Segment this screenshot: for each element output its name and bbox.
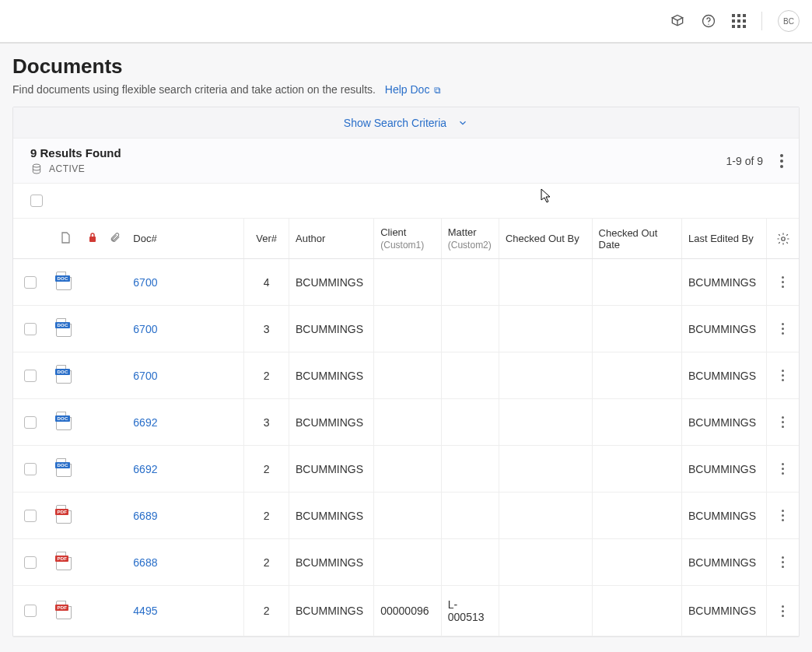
author-cell: BCUMMINGS — [296, 463, 363, 475]
author-cell: BCUMMINGS — [296, 370, 363, 382]
doc-number-link[interactable]: 6692 — [133, 463, 157, 475]
row-checkbox[interactable] — [24, 323, 37, 335]
row-actions-button[interactable] — [773, 556, 793, 568]
version-cell: 2 — [264, 510, 270, 522]
row-checkbox[interactable] — [24, 416, 37, 429]
last-edited-by-cell: BCUMMINGS — [688, 276, 756, 289]
author-cell: BCUMMINGS — [296, 510, 363, 522]
results-count: 9 Results Found — [30, 146, 121, 159]
row-actions-button[interactable] — [773, 463, 793, 475]
col-header-client[interactable]: Client (Custom1) — [374, 219, 442, 259]
row-checkbox[interactable] — [24, 463, 37, 475]
col-header-checked-out-date[interactable]: Checked Out Date — [592, 219, 681, 259]
doc-number-link[interactable]: 6700 — [133, 370, 157, 382]
avatar[interactable]: BC — [778, 10, 800, 32]
row-actions-button[interactable] — [773, 416, 793, 428]
author-cell: BCUMMINGS — [296, 276, 363, 289]
apps-grid-icon[interactable] — [732, 14, 746, 28]
doc-number-link[interactable]: 6692 — [133, 416, 157, 429]
row-actions-button[interactable] — [773, 323, 793, 335]
active-status-row: ACTIVE — [30, 163, 121, 175]
svg-point-4 — [781, 237, 785, 240]
row-actions-button[interactable] — [773, 370, 793, 381]
row-actions-button[interactable] — [773, 510, 793, 521]
row-checkbox[interactable] — [24, 276, 37, 289]
page-subtitle: Find documents using flexible search cri… — [12, 83, 376, 96]
page-header: Documents Find documents using flexible … — [0, 44, 812, 107]
last-edited-by-cell: BCUMMINGS — [688, 416, 756, 429]
version-cell: 3 — [264, 323, 270, 335]
version-cell: 2 — [264, 370, 270, 382]
row-checkbox[interactable] — [24, 510, 37, 522]
table-header-row: Doc# Ver# Author Client (Custom1) Matter… — [13, 219, 799, 259]
last-edited-by-cell: BCUMMINGS — [688, 510, 756, 522]
col-header-matter[interactable]: Matter (Custom2) — [441, 219, 499, 259]
select-all-checkbox[interactable] — [30, 195, 43, 207]
row-checkbox[interactable] — [24, 370, 37, 382]
author-cell: BCUMMINGS — [296, 416, 363, 429]
svg-point-1 — [708, 24, 709, 25]
col-header-doc[interactable]: Doc# — [127, 219, 243, 259]
row-checkbox[interactable] — [24, 605, 37, 617]
last-edited-by-cell: BCUMMINGS — [688, 370, 756, 382]
col-header-client-label: Client — [380, 226, 406, 238]
file-type-icon: DOC — [56, 272, 72, 290]
help-doc-link[interactable]: Help Doc ⧉ — [385, 83, 441, 96]
version-cell: 4 — [264, 276, 270, 289]
active-status-label: ACTIVE — [49, 163, 85, 174]
version-cell: 2 — [264, 463, 270, 475]
last-edited-by-cell: BCUMMINGS — [688, 605, 756, 617]
file-type-icon: DOC — [56, 412, 72, 430]
file-type-icon: DOC — [56, 318, 72, 337]
help-icon[interactable] — [701, 13, 716, 29]
col-header-author[interactable]: Author — [289, 219, 373, 259]
help-doc-label: Help Doc — [385, 83, 430, 96]
results-summary-bar: 9 Results Found ACTIVE 1-9 of 9 — [13, 138, 799, 184]
results-range: 1-9 of 9 — [726, 155, 763, 167]
col-header-settings — [767, 219, 799, 259]
file-type-icon: PDF — [56, 552, 72, 570]
results-card: Show Search Criteria 9 Results Found ACT… — [12, 107, 800, 637]
table-row: DOC67003BCUMMINGSBCUMMINGS — [13, 306, 799, 352]
col-header-lock — [81, 219, 103, 259]
doc-number-link[interactable]: 6700 — [133, 323, 157, 335]
topbar-divider — [761, 12, 762, 30]
col-header-type — [50, 219, 80, 259]
col-header-client-sub: (Custom1) — [380, 240, 435, 251]
col-header-matter-label: Matter — [448, 226, 477, 238]
col-header-matter-sub: (Custom2) — [448, 240, 492, 251]
col-header-checkbox — [13, 219, 50, 259]
cursor-pointer-overlay — [541, 188, 553, 207]
results-menu-button[interactable] — [777, 151, 786, 171]
table-settings-button[interactable] — [773, 232, 793, 246]
col-header-ver[interactable]: Ver# — [244, 219, 289, 259]
chevron-down-icon — [457, 117, 468, 128]
row-actions-button[interactable] — [773, 605, 793, 617]
document-type-icon — [60, 232, 71, 244]
doc-number-link[interactable]: 6700 — [133, 276, 157, 289]
col-header-attachment — [103, 219, 127, 259]
last-edited-by-cell: BCUMMINGS — [688, 323, 756, 335]
doc-number-link[interactable]: 4495 — [133, 605, 157, 617]
author-cell: BCUMMINGS — [296, 323, 363, 335]
row-actions-button[interactable] — [773, 276, 793, 288]
database-icon — [30, 163, 43, 175]
author-cell: BCUMMINGS — [296, 556, 363, 569]
row-checkbox[interactable] — [24, 556, 37, 569]
lock-icon — [87, 232, 98, 244]
cube-icon[interactable] — [670, 13, 685, 29]
col-header-checked-out-by[interactable]: Checked Out By — [499, 219, 592, 259]
table-row: DOC66923BCUMMINGSBCUMMINGS — [13, 399, 799, 446]
doc-number-link[interactable]: 6689 — [133, 510, 157, 522]
table-row: PDF44952BCUMMINGS00000096L-000513BCUMMIN… — [13, 586, 799, 636]
table-row: PDF66882BCUMMINGSBCUMMINGS — [13, 539, 799, 586]
file-type-icon: DOC — [56, 365, 72, 384]
doc-number-link[interactable]: 6688 — [133, 556, 157, 569]
table-row: DOC67002BCUMMINGSBCUMMINGS — [13, 352, 799, 399]
paperclip-icon — [110, 231, 121, 244]
search-criteria-toggle[interactable]: Show Search Criteria — [13, 107, 799, 138]
page-subtitle-row: Find documents using flexible search cri… — [12, 83, 800, 96]
top-app-bar: BC — [0, 0, 812, 44]
client-cell: 00000096 — [380, 605, 429, 617]
col-header-last-edited-by[interactable]: Last Edited By — [681, 219, 766, 259]
